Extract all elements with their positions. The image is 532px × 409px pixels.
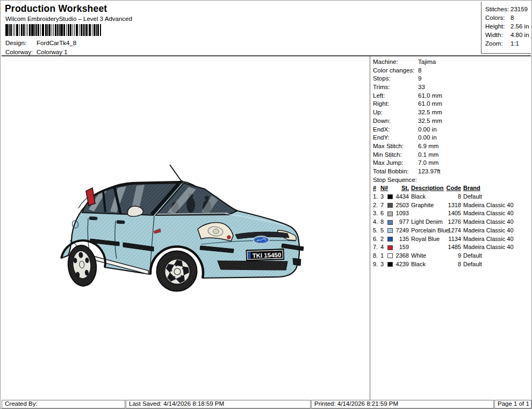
machine-info-row: Down:32.5 mm bbox=[373, 117, 531, 126]
stop-number: 2. bbox=[373, 201, 380, 210]
col-header-code: Code bbox=[446, 184, 461, 193]
machine-info-label: EndX: bbox=[373, 126, 418, 134]
machine-info-value: 0.00 in bbox=[418, 134, 437, 142]
summary-label: Zoom: bbox=[485, 39, 511, 48]
antenna bbox=[170, 165, 183, 182]
thread-brand: Madeira Classic 40 bbox=[463, 218, 531, 227]
summary-value: 2.56 in bbox=[511, 22, 529, 31]
thread-color-swatch bbox=[387, 262, 393, 267]
summary-row: Height:2.56 in bbox=[485, 22, 531, 31]
summary-value: 8 bbox=[511, 13, 514, 22]
needle-number: 8 bbox=[380, 218, 387, 227]
col-header-n: N# bbox=[380, 184, 387, 193]
stop-sequence-header: #N#St.DescriptionCodeBrand bbox=[373, 184, 531, 193]
license-plate: TKI 15450 bbox=[246, 249, 284, 261]
summary-row: Zoom:1:1 bbox=[485, 39, 531, 48]
stop-sequence-row: 5.57249Porcelain Blue1274Madeira Classic… bbox=[373, 227, 531, 235]
thread-color-swatch bbox=[387, 220, 393, 225]
thread-brand: Madeira Classic 40 bbox=[463, 227, 531, 235]
thread-brand: Madeira Classic 40 bbox=[463, 243, 531, 252]
thread-code: 1134 bbox=[446, 235, 461, 244]
machine-info-row: Max Stitch:6.9 mm bbox=[373, 142, 531, 151]
machine-info-panel: Machine:TajimaColor changes:8Stops:9Trim… bbox=[370, 56, 531, 400]
summary-label: Stitches: bbox=[485, 5, 511, 13]
thread-code: 1485 bbox=[446, 243, 461, 252]
front-wheel bbox=[157, 251, 197, 291]
needle-number: 2 bbox=[380, 235, 387, 244]
thread-color-swatch bbox=[387, 237, 393, 242]
machine-info-value: 7.0 mm bbox=[418, 159, 438, 167]
machine-info-label: Color changes: bbox=[373, 67, 418, 75]
colorway-label: Colorway: bbox=[5, 48, 37, 57]
thread-code: 1274 bbox=[446, 227, 461, 235]
machine-info-value: Tajima bbox=[418, 58, 436, 67]
stop-sequence-row: 6.2135Royal Blue1134Madeira Classic 40 bbox=[373, 235, 531, 244]
design-barcode bbox=[5, 24, 101, 36]
stitch-count: 2368 bbox=[395, 252, 409, 260]
stop-number: 9. bbox=[373, 260, 380, 269]
stop-number: 8. bbox=[373, 252, 380, 260]
machine-info-label: Min Stitch: bbox=[373, 151, 418, 159]
machine-info-value: 32.5 mm bbox=[418, 108, 442, 117]
machine-info-value: 123.97ft bbox=[418, 167, 441, 176]
stitch-count: 4239 bbox=[395, 260, 409, 269]
thread-color-swatch bbox=[387, 253, 393, 258]
thread-description: Black bbox=[411, 193, 446, 201]
thread-brand: Madeira Classic 40 bbox=[463, 201, 531, 210]
col-header-brand: Brand bbox=[463, 184, 531, 193]
machine-info-value: 6.9 mm bbox=[418, 142, 438, 151]
machine-info-label: Up: bbox=[373, 108, 418, 117]
design-meta: Design: FordCarTk4_8 Colorway: Colorway … bbox=[5, 39, 76, 56]
car-illustration: TKI 15450 bbox=[48, 156, 306, 295]
machine-info-row: EndX:0.00 in bbox=[373, 126, 531, 134]
machine-info-row: Max Jump:7.0 mm bbox=[373, 159, 531, 167]
ford-logo bbox=[254, 236, 269, 244]
stitch-count: 2503 bbox=[395, 201, 409, 210]
summary-row: Colors:8 bbox=[485, 13, 531, 22]
machine-info-label: EndY: bbox=[373, 134, 418, 142]
footer-page-number: Page 1 of 1 bbox=[494, 400, 531, 408]
machine-info-label: Max Jump: bbox=[373, 159, 418, 167]
thread-code: 9 bbox=[446, 252, 461, 260]
needle-number: 7 bbox=[380, 201, 387, 210]
needle-number: 4 bbox=[380, 243, 387, 252]
thread-code: 8 bbox=[446, 260, 461, 269]
thread-description: Graphite bbox=[411, 201, 446, 210]
thread-brand: Default bbox=[463, 260, 531, 269]
summary-value: 1:1 bbox=[511, 39, 519, 48]
thread-color-cell bbox=[387, 262, 395, 267]
stop-sequence-row: 9.34239Black8Default bbox=[373, 260, 531, 269]
needle-number: 1 bbox=[380, 252, 387, 260]
machine-info-row: Stops:9 bbox=[373, 75, 531, 83]
thread-color-cell bbox=[387, 253, 395, 258]
thread-color-cell bbox=[387, 194, 395, 199]
thread-description: Black bbox=[411, 260, 446, 269]
machine-info-label: Left: bbox=[373, 92, 418, 100]
thread-color-cell bbox=[387, 203, 395, 208]
stop-number: 3. bbox=[373, 209, 380, 218]
needle-number: 3 bbox=[380, 193, 387, 201]
header: Production Worksheet Wilcom EmbroiderySt… bbox=[2, 2, 531, 56]
page-title: Production Worksheet bbox=[5, 3, 107, 14]
stop-sequence-title: Stop Sequence: bbox=[373, 176, 531, 185]
footer-printed: Printed: 4/14/2026 8:21:59 PM bbox=[311, 400, 494, 408]
machine-info-list: Machine:TajimaColor changes:8Stops:9Trim… bbox=[373, 58, 531, 176]
stitch-count: 7249 bbox=[395, 227, 409, 235]
needle-number: 3 bbox=[380, 260, 387, 269]
machine-info-value: 0.1 mm bbox=[418, 151, 438, 159]
thread-color-cell bbox=[387, 220, 395, 225]
thread-description: Royal Blue bbox=[411, 235, 446, 244]
machine-info-row: Machine:Tajima bbox=[373, 58, 531, 67]
stop-sequence-row: 7.41591485Madeira Classic 40 bbox=[373, 243, 531, 252]
stop-sequence-row: 1.34434Black8Default bbox=[373, 193, 531, 201]
thread-code: 1405 bbox=[446, 209, 461, 218]
needle-number: 5 bbox=[380, 227, 387, 235]
thread-color-cell bbox=[387, 228, 395, 233]
stop-sequence-row: 8.12368White9Default bbox=[373, 252, 531, 260]
machine-info-label: Stops: bbox=[373, 75, 418, 83]
stop-sequence-row: 3.610931405Madeira Classic 40 bbox=[373, 209, 531, 218]
design-canvas: TKI 15450 bbox=[2, 56, 370, 400]
summary-row: Width:4.80 in bbox=[485, 31, 531, 39]
stitch-count: 977 bbox=[395, 218, 409, 227]
col-header-num: # bbox=[373, 184, 380, 193]
